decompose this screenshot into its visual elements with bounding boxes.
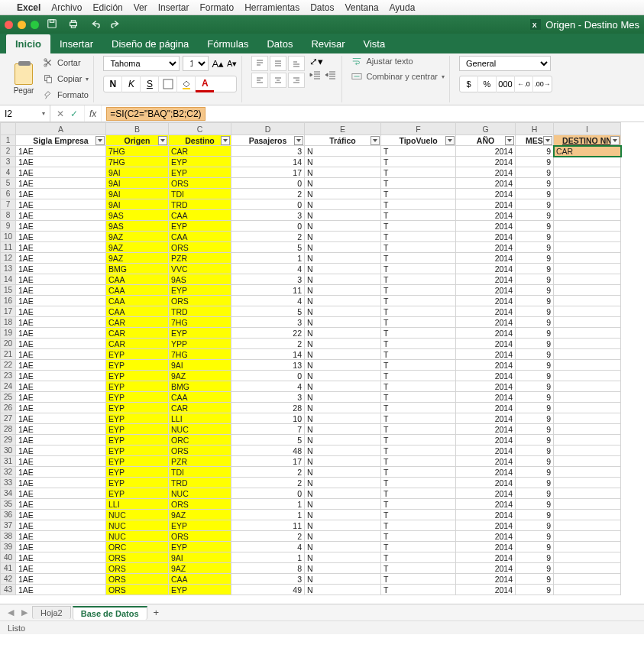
cell[interactable]: 1AE [16,360,106,371]
cell[interactable]: 7HG [169,317,231,328]
name-box[interactable]: I2▾ [0,105,50,122]
tab-revisar[interactable]: Revisar [302,34,354,53]
cell[interactable]: N [305,221,381,232]
menu-datos[interactable]: Datos [310,2,334,13]
cell[interactable] [554,349,621,360]
cell[interactable]: 7HG [169,349,231,360]
sheet-nav-prev-icon[interactable]: ◀ [5,608,17,617]
cell[interactable]: T [381,242,456,253]
cell[interactable]: 1AE [16,563,106,574]
cell[interactable]: TDI [169,189,231,199]
cell[interactable]: 2014 [456,446,516,456]
cell[interactable]: 2014 [456,456,516,467]
cell[interactable] [554,499,621,510]
menu-ayuda[interactable]: Ayuda [390,2,416,13]
cell[interactable]: N [305,467,381,478]
cell[interactable]: NUC [169,488,231,499]
cell[interactable]: 2014 [456,392,516,403]
cell[interactable]: 9 [516,542,554,552]
cell[interactable]: CAA [106,296,169,306]
cell[interactable]: ORS [106,574,169,585]
cell[interactable]: T [381,210,456,221]
cell[interactable]: EYP [106,456,169,467]
cell[interactable]: 2014 [456,360,516,371]
cell[interactable]: EYP [169,542,231,552]
cell[interactable]: ORS [106,552,169,563]
cell[interactable]: N [305,317,381,328]
cell[interactable]: VVC [169,264,231,274]
cell[interactable]: 9AI [106,178,169,189]
cell[interactable]: 2014 [456,413,516,424]
cell[interactable]: N [305,189,381,199]
cell[interactable]: T [381,317,456,328]
align-middle[interactable] [270,56,286,71]
cell[interactable]: 9 [516,349,554,360]
cell[interactable]: 1AE [16,317,106,328]
cell[interactable]: 1AE [16,328,106,339]
cell[interactable]: 1AE [16,210,106,221]
cell[interactable]: EYP [106,488,169,499]
thousands-button[interactable]: 000 [497,76,515,92]
cell[interactable]: TDI [169,467,231,478]
row-header[interactable]: 38 [1,531,16,542]
cell[interactable]: 2014 [456,317,516,328]
cell[interactable]: 1AE [16,296,106,306]
cell[interactable] [554,178,621,189]
cell[interactable]: 49 [231,585,305,595]
cell[interactable]: 1AE [16,339,106,349]
cell[interactable]: 9 [516,232,554,242]
save-icon[interactable] [47,18,57,31]
cell[interactable]: 9 [516,520,554,531]
cell[interactable]: N [305,531,381,542]
cell[interactable]: 1AE [16,478,106,488]
cell[interactable]: 9 [516,253,554,264]
row-header[interactable]: 2 [1,146,16,157]
cell[interactable] [554,381,621,392]
cell[interactable]: T [381,403,456,413]
cell[interactable]: 1AE [16,199,106,210]
bold-button[interactable]: N [104,76,122,92]
cell[interactable]: 7HG [106,157,169,167]
align-bottom[interactable] [288,56,305,71]
cell[interactable]: N [305,274,381,285]
cell[interactable]: N [305,520,381,531]
cell[interactable]: 9 [516,381,554,392]
cell[interactable]: EYP [106,435,169,446]
cell[interactable]: T [381,392,456,403]
cell[interactable]: N [305,424,381,435]
cell[interactable]: ORC [169,435,231,446]
cell[interactable] [554,392,621,403]
cell[interactable] [554,360,621,371]
cell[interactable]: 2014 [456,403,516,413]
cell[interactable]: ORS [169,499,231,510]
tab-inicio[interactable]: Inicio [6,34,50,53]
cell[interactable] [554,574,621,585]
cell[interactable]: EYP [169,585,231,595]
tab-datos[interactable]: Datos [257,34,302,53]
menu-insertar[interactable]: Insertar [158,2,189,13]
cell[interactable]: 2014 [456,264,516,274]
cell[interactable]: 9 [516,510,554,520]
cell[interactable] [554,520,621,531]
cell[interactable]: T [381,221,456,232]
orientation-button[interactable]: ⤢▾ [309,56,337,67]
cell[interactable]: 2014 [456,306,516,317]
cell[interactable]: T [381,499,456,510]
cell[interactable]: 9 [516,210,554,221]
cell[interactable]: 22 [231,328,305,339]
cell[interactable]: CAR [106,339,169,349]
row-header[interactable]: 33 [1,478,16,488]
italic-button[interactable]: K [122,76,141,92]
cell[interactable]: 1AE [16,531,106,542]
cell[interactable]: 3 [231,146,305,157]
cell[interactable]: 9 [516,413,554,424]
cell[interactable] [554,413,621,424]
cell[interactable]: ORS [169,296,231,306]
cell[interactable]: N [305,478,381,488]
row-header[interactable]: 14 [1,274,16,285]
row-header[interactable]: 15 [1,285,16,296]
cell[interactable]: 9 [516,339,554,349]
cell[interactable]: EYP [106,371,169,381]
cell[interactable]: 2014 [456,242,516,253]
cell[interactable]: 9 [516,552,554,563]
